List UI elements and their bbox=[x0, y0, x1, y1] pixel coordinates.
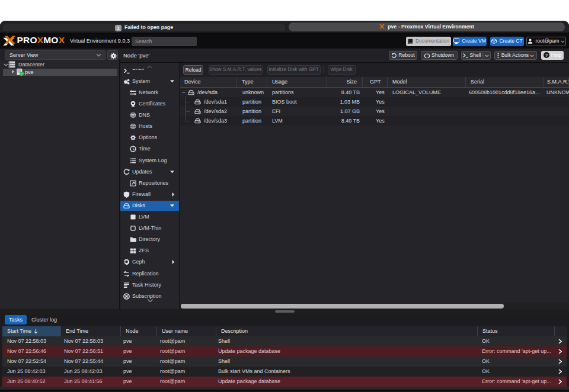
svg-text:PROXMOX: PROXMOX bbox=[17, 36, 65, 45]
svg-text:?: ? bbox=[545, 53, 548, 58]
